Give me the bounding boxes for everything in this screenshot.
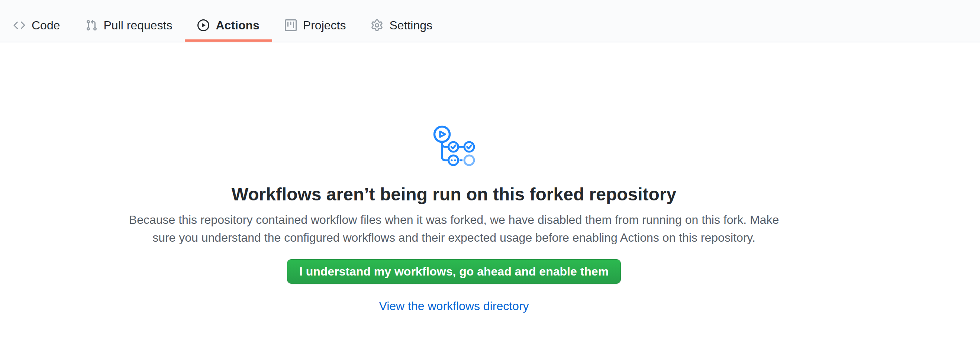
description-line: sure you understand the configured workf… xyxy=(0,229,908,246)
github-actions-page: Code Pull requests Actions Projects Sett xyxy=(0,0,980,351)
page-title: Workflows aren’t being run on this forke… xyxy=(0,183,908,206)
view-workflows-directory-link[interactable]: View the workflows directory xyxy=(379,299,529,313)
tab-pull-requests[interactable]: Pull requests xyxy=(73,0,185,42)
repo-tab-nav: Code Pull requests Actions Projects Sett xyxy=(0,0,980,42)
button-row: I understand my workflows, go ahead and … xyxy=(0,246,908,284)
tab-settings-label: Settings xyxy=(389,19,433,31)
tab-pull-requests-label: Pull requests xyxy=(104,19,172,31)
enable-workflows-button[interactable]: I understand my workflows, go ahead and … xyxy=(287,259,621,284)
link-row: View the workflows directory xyxy=(0,299,908,313)
tab-actions-label: Actions xyxy=(216,19,259,31)
actions-blankslate: Workflows aren’t being run on this forke… xyxy=(0,42,908,313)
tab-projects[interactable]: Projects xyxy=(272,0,359,42)
project-icon xyxy=(285,19,297,31)
description-line: Because this repository contained workfl… xyxy=(0,211,908,229)
tab-code[interactable]: Code xyxy=(1,0,73,42)
tab-settings[interactable]: Settings xyxy=(358,0,445,42)
tab-actions[interactable]: Actions xyxy=(185,0,272,42)
code-icon xyxy=(13,19,25,31)
play-icon xyxy=(197,19,209,31)
gear-icon xyxy=(371,19,383,31)
git-pull-request-icon xyxy=(86,19,97,31)
workflow-graph-icon xyxy=(433,125,475,167)
description: Because this repository contained workfl… xyxy=(0,211,908,246)
tab-projects-label: Projects xyxy=(303,19,346,31)
tab-code-label: Code xyxy=(32,19,60,31)
